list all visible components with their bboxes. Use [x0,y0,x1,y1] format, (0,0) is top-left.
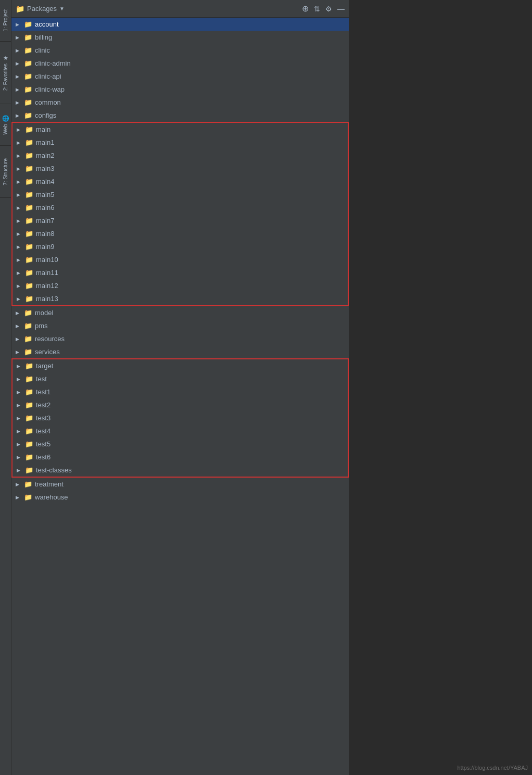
folder-icon: 📁 [25,440,33,448]
list-item[interactable]: ▶ 📁 account [11,18,349,31]
folder-icon: 📁 [25,178,33,185]
list-item[interactable]: ▶ 📁 test-classes [12,464,348,477]
item-label: clinic-api [35,72,61,80]
list-item[interactable]: ▶ 📁 main7 [12,214,348,227]
list-item[interactable]: ▶ 📁 main10 [12,253,348,266]
expand-arrow-icon: ▶ [17,127,25,132]
list-item[interactable]: ▶ 📁 main8 [12,227,348,240]
item-label: test [36,375,47,383]
item-label: configs [35,111,56,119]
item-label: test6 [36,453,50,461]
list-item[interactable]: ▶ 📁 main4 [12,175,348,188]
expand-arrow-icon: ▶ [16,22,24,27]
list-item[interactable]: ▶ 📁 test3 [12,411,348,424]
minimize-button[interactable]: — [337,5,345,13]
expand-arrow-icon: ▶ [17,416,25,421]
list-item[interactable]: ▶ 📁 warehouse [11,491,349,504]
folder-icon: 📁 [25,243,33,251]
expand-arrow-icon: ▶ [17,244,25,249]
list-item[interactable]: ▶ 📁 test1 [12,385,348,398]
list-item[interactable]: ▶ 📁 main13 [12,292,348,305]
list-item[interactable]: ▶ 📁 target [12,359,348,372]
project-icon: 1: Project [3,9,8,31]
sidebar-item-project[interactable]: 1: Project [0,0,11,42]
settings-button[interactable]: ⚙ [325,5,332,13]
filter-button[interactable]: ⇅ [314,5,320,13]
folder-icon: 📁 [25,269,33,277]
toolbar-title-area: 📁 Packages ▼ [16,5,302,13]
dropdown-arrow-icon[interactable]: ▼ [59,6,65,11]
expand-arrow-icon: ▶ [17,403,25,408]
list-item[interactable]: ▶ 📁 main5 [12,188,348,201]
expand-arrow-icon: ▶ [17,179,25,184]
item-label: test4 [36,427,50,435]
expand-arrow-icon: ▶ [16,87,24,92]
tree-content: ▶ 📁 account ▶ 📁 billing ▶ 📁 clinic [11,18,349,504]
sidebar-item-structure[interactable]: 7: Structure [0,146,11,198]
list-item[interactable]: ▶ 📁 main2 [12,149,348,162]
list-item[interactable]: ▶ 📁 main11 [12,266,348,279]
folder-icon: 📁 [25,152,33,159]
list-item[interactable]: ▶ 📁 main3 [12,162,348,175]
folder-icon: 📁 [25,191,33,198]
list-item[interactable]: ▶ 📁 services [11,345,349,358]
folder-icon: 📁 [25,204,33,211]
list-item[interactable]: ▶ 📁 resources [11,332,349,345]
list-item[interactable]: ▶ 📁 test6 [12,451,348,464]
item-label: resources [35,335,65,343]
list-item[interactable]: ▶ 📁 test2 [12,398,348,411]
list-item[interactable]: ▶ 📁 common [11,96,349,109]
packages-title: Packages [27,5,57,12]
structure-label: 7: Structure [3,158,8,185]
folder-icon: 📁 [24,322,32,330]
list-item[interactable]: ▶ 📁 pms [11,319,349,332]
sidebar-item-favorites[interactable]: ★ 2: Favorites [0,42,11,104]
folder-icon: 📁 [24,111,32,119]
list-item[interactable]: ▶ 📁 test5 [12,438,348,451]
expand-arrow-icon: ▶ [16,74,24,79]
list-item[interactable]: ▶ 📁 clinic-admin [11,57,349,70]
folder-icon: 📁 [25,362,33,370]
web-label: Web [3,124,8,134]
folder-icon: 📁 [24,46,32,54]
list-item[interactable]: ▶ 📁 billing [11,31,349,44]
item-label: main10 [36,256,58,264]
expand-arrow-icon: ▶ [16,323,24,329]
folder-icon: 📁 [24,98,32,106]
expand-arrow-icon: ▶ [17,468,25,473]
list-item[interactable]: ▶ 📁 main12 [12,279,348,292]
folder-icon: 📁 [24,85,32,93]
item-label: main3 [36,165,54,172]
list-item[interactable]: ▶ 📁 main [12,123,348,136]
right-panel: https://blog.csdn.net/YABAJ [349,0,532,775]
list-item[interactable]: ▶ 📁 treatment [11,478,349,491]
list-item[interactable]: ▶ 📁 main1 [12,136,348,149]
expand-arrow-icon: ▶ [17,140,25,145]
item-label: test-classes [36,466,72,474]
list-item[interactable]: ▶ 📁 configs [11,109,349,122]
web-icon: 🌐 [2,115,9,122]
expand-arrow-icon: ▶ [16,495,24,500]
item-label: billing [35,33,52,41]
list-item[interactable]: ▶ 📁 test [12,372,348,385]
star-icon: ★ [3,55,8,61]
list-item[interactable]: ▶ 📁 test4 [12,424,348,438]
item-label: pms [35,322,48,330]
item-label: account [35,20,59,28]
folder-icon: 📁 [25,453,33,461]
folder-icon: 📁 [25,466,33,474]
add-button[interactable]: ⊕ [302,4,309,14]
folder-icon: 📁 [25,139,33,146]
item-label: services [35,348,60,356]
list-item[interactable]: ▶ 📁 main9 [12,240,348,253]
list-item[interactable]: ▶ 📁 clinic-wap [11,83,349,96]
list-item[interactable]: ▶ 📁 clinic [11,44,349,57]
sidebar-item-web[interactable]: 🌐 Web [0,104,11,146]
list-item[interactable]: ▶ 📁 clinic-api [11,70,349,83]
toolbar: 📁 Packages ▼ ⊕ ⇅ ⚙ — [11,0,349,18]
expand-arrow-icon: ▶ [16,100,24,105]
expand-arrow-icon: ▶ [17,257,25,262]
expand-arrow-icon: ▶ [17,192,25,197]
list-item[interactable]: ▶ 📁 model [11,306,349,319]
list-item[interactable]: ▶ 📁 main6 [12,201,348,214]
